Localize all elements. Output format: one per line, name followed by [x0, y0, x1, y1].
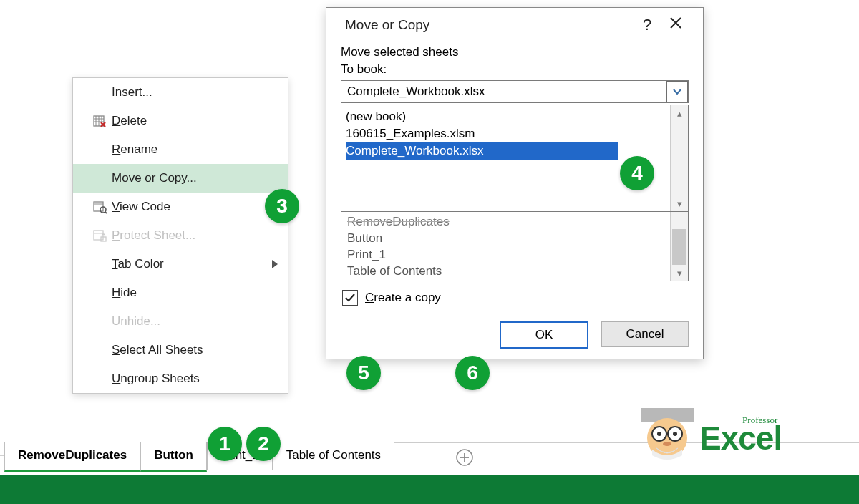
- svg-point-20: [657, 432, 661, 436]
- create-copy-checkbox[interactable]: [342, 290, 358, 306]
- step-badge-5: 5: [346, 356, 381, 390]
- svg-point-21: [673, 432, 677, 436]
- ctx-rename[interactable]: Rename: [73, 135, 288, 164]
- help-button[interactable]: ?: [633, 16, 661, 34]
- svg-line-12: [105, 212, 107, 213]
- new-sheet-button[interactable]: [455, 448, 474, 467]
- dialog-titlebar: Move or Copy ?: [326, 8, 703, 42]
- step-badge-1: 1: [208, 427, 242, 461]
- svg-rect-9: [94, 202, 103, 211]
- to-book-label: To book:: [341, 62, 689, 77]
- sheet-tab-button[interactable]: Button: [140, 442, 207, 472]
- status-bar: [0, 475, 859, 504]
- delete-sheet-icon: [87, 114, 112, 128]
- step-badge-4: 4: [620, 156, 654, 190]
- move-selected-label: Move selected sheets: [341, 45, 689, 59]
- ctx-delete[interactable]: Delete: [73, 107, 288, 135]
- scroll-down-icon[interactable]: ▾: [671, 195, 688, 211]
- sheet-option-button[interactable]: Button: [347, 230, 664, 246]
- book-option-complete[interactable]: Complete_Workbook.xlsx: [346, 142, 618, 160]
- step-badge-2: 2: [246, 427, 281, 461]
- sheet-tab-removeduplicates[interactable]: RemoveDuplicates: [4, 442, 140, 472]
- logo-excel-text: Excel: [699, 422, 782, 455]
- view-code-icon: [87, 200, 112, 214]
- scroll-down-icon[interactable]: ▾: [671, 265, 688, 281]
- combo-dropdown-button[interactable]: [666, 81, 688, 102]
- ctx-tab-color[interactable]: Tab Color: [73, 250, 288, 278]
- sheet-option-toc[interactable]: Table of Contents: [347, 263, 664, 279]
- create-copy-row[interactable]: Create a copy: [341, 290, 689, 306]
- ctx-select-all-sheets[interactable]: Select All Sheets: [73, 336, 288, 364]
- ctx-protect-sheet[interactable]: Protect Sheet...: [73, 221, 288, 250]
- sheetlist-scrollbar[interactable]: ▾: [670, 212, 688, 281]
- professor-excel-logo: Professor Excel: [641, 408, 782, 461]
- scroll-up-icon[interactable]: ▴: [671, 105, 688, 121]
- submenu-arrow-icon: [272, 260, 278, 268]
- sheet-option-removeduplicates[interactable]: RemoveDuplicates: [347, 213, 664, 230]
- to-book-combo-value: Complete_Workbook.xlsx: [341, 84, 666, 99]
- create-copy-label: Create a copy: [365, 291, 441, 305]
- sheet-option-print1[interactable]: Print_1: [347, 246, 664, 263]
- svg-point-23: [663, 442, 671, 446]
- ctx-unhide[interactable]: Unhide...: [73, 307, 288, 336]
- sheet-tab-toc[interactable]: Table of Contents: [273, 442, 394, 470]
- before-sheet-listbox[interactable]: RemoveDuplicates Button Print_1 Table of…: [341, 212, 689, 281]
- step-badge-6: 6: [455, 356, 490, 390]
- step-badge-3: 3: [265, 189, 299, 223]
- ctx-ungroup-sheets[interactable]: Ungroup Sheets: [73, 364, 288, 393]
- ctx-insert[interactable]: Insert...: [73, 78, 288, 107]
- ctx-move-or-copy[interactable]: Move or Copy...: [73, 164, 288, 193]
- to-book-combo[interactable]: Complete_Workbook.xlsx: [341, 80, 689, 103]
- ok-button[interactable]: OK: [500, 321, 588, 349]
- protect-sheet-icon: [87, 228, 112, 243]
- listbox-scrollbar[interactable]: ▴ ▾: [670, 105, 688, 211]
- dialog-title: Move or Copy: [345, 17, 430, 33]
- cancel-button[interactable]: Cancel: [601, 321, 689, 347]
- sheet-context-menu: Insert... Delete Rename Move or Copy... …: [72, 77, 288, 394]
- close-button[interactable]: [661, 16, 690, 34]
- ctx-view-code[interactable]: View Code: [73, 193, 288, 221]
- scrollbar-thumb[interactable]: [672, 229, 686, 265]
- ctx-hide[interactable]: Hide: [73, 278, 288, 307]
- professor-face-icon: [641, 408, 694, 461]
- book-option-new[interactable]: (new book): [346, 108, 666, 125]
- book-option-examples[interactable]: 160615_Examples.xlsm: [346, 125, 666, 142]
